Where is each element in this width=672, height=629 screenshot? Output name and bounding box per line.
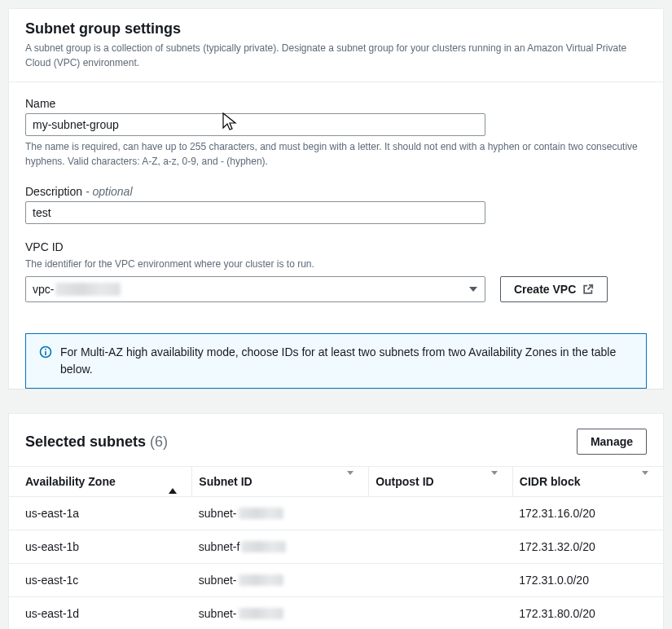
col-outpost-label: Outpost ID [376,475,434,488]
name-field: Name The name is required, can have up t… [25,97,647,169]
description-input[interactable] [25,201,485,224]
sort-icon [642,475,648,488]
section-title: Subnet group settings [25,20,647,37]
create-vpc-button[interactable]: Create VPC [500,276,608,302]
vpc-hint: The identifier for the VPC environment w… [25,257,647,271]
subnet-title-text: Selected subnets [25,433,146,450]
selected-subnets-panel: Selected subnets (6) Manage Availability… [8,413,664,629]
cell-outpost [369,564,513,597]
vpc-field: VPC ID The identifier for the VPC enviro… [25,240,647,302]
cell-az: us-east-1d [9,597,192,630]
col-cidr-label: CIDR block [520,475,581,488]
vpc-value-prefix: vpc- [33,283,54,296]
cell-cidr: 172.31.0.0/20 [512,564,663,597]
cell-az: us-east-1a [9,497,192,530]
table-row: us-east-1bsubnet-f172.31.32.0/20 [9,530,663,564]
cell-az: us-east-1c [9,564,192,597]
info-icon [39,345,52,361]
cell-cidr: 172.31.32.0/20 [512,530,663,564]
sort-icon [347,475,354,488]
table-row: us-east-1csubnet-172.31.0.0/20 [9,564,663,597]
cell-subnet: subnet-f [192,530,369,564]
col-outpost[interactable]: Outpost ID [369,467,513,497]
cell-outpost [369,597,513,630]
vpc-value-redacted [55,283,121,296]
external-link-icon [582,284,594,295]
table-row: us-east-1dsubnet-172.31.80.0/20 [9,597,663,630]
section-header: Subnet group settings A subnet group is … [9,9,663,82]
sort-asc-icon [169,475,177,488]
info-text: For Multi-AZ high availability mode, cho… [60,344,633,378]
subnet-group-settings-panel: Subnet group settings A subnet group is … [8,8,664,389]
col-az-label: Availability Zone [25,475,116,488]
description-label-text: Description [25,185,82,198]
name-label: Name [25,97,647,110]
cell-subnet: subnet- [192,497,369,530]
col-subnet-label: Subnet ID [199,475,252,488]
cell-outpost [369,497,513,530]
svg-rect-1 [45,351,46,355]
name-hint: The name is required, can have up to 255… [25,139,647,169]
name-input[interactable] [25,113,485,136]
cell-cidr: 172.31.16.0/20 [512,497,663,530]
form-body: Name The name is required, can have up t… [9,82,663,320]
subnet-header: Selected subnets (6) Manage [9,414,663,466]
cell-subnet: subnet- [192,564,369,597]
subnet-title: Selected subnets (6) [25,433,168,451]
description-label: Description - optional [25,185,647,198]
cell-outpost [369,530,513,564]
description-field: Description - optional [25,185,647,224]
subnet-count: (6) [150,433,168,450]
info-box: For Multi-AZ high availability mode, cho… [25,333,647,389]
col-subnet[interactable]: Subnet ID [192,467,369,497]
sort-icon [491,475,498,488]
manage-button[interactable]: Manage [577,429,647,455]
section-description: A subnet group is a collection of subnet… [25,41,647,70]
description-optional: - optional [82,185,132,198]
vpc-label: VPC ID [25,240,647,253]
cell-az: us-east-1b [9,530,192,564]
table-row: us-east-1asubnet-172.31.16.0/20 [9,497,663,530]
vpc-select-wrap: vpc- [25,276,485,302]
col-cidr[interactable]: CIDR block [512,467,663,497]
cell-cidr: 172.31.80.0/20 [512,597,663,630]
subnet-table: Availability Zone Subnet ID Outpost ID C… [9,466,663,629]
svg-rect-2 [45,349,46,350]
vpc-select[interactable]: vpc- [25,276,485,302]
cell-subnet: subnet- [192,597,369,630]
create-vpc-label: Create VPC [514,283,576,296]
col-az[interactable]: Availability Zone [9,467,192,497]
manage-button-label: Manage [591,435,633,448]
